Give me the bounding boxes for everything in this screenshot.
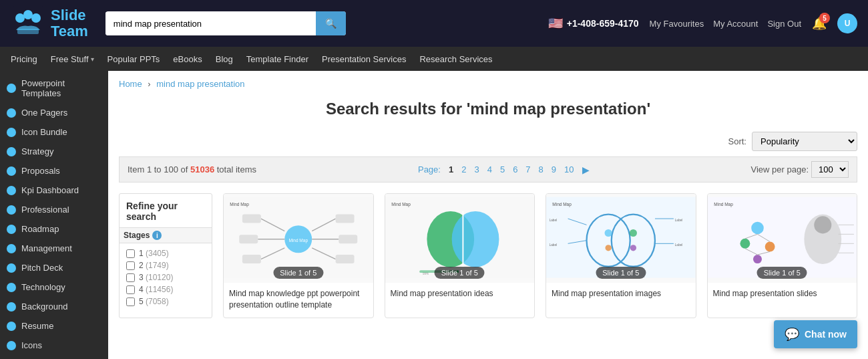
sidebar-item-roadmap[interactable]: Roadmap (0, 219, 108, 239)
svg-point-50 (740, 239, 750, 249)
product-card-3[interactable]: Mind Map Label Label (546, 193, 696, 318)
nav-presentation-services[interactable]: Presentation Services (322, 54, 406, 64)
logo-text-team: Team (51, 23, 88, 39)
chat-widget[interactable]: 💬 Chat now (774, 320, 857, 348)
svg-rect-14 (242, 255, 261, 263)
filter-label: Stages (124, 231, 150, 240)
card-image-wrap-1: Mind Map Mind Map (224, 194, 373, 283)
page-num-6[interactable]: 6 (510, 163, 520, 176)
sidebar-dot-icon (7, 283, 16, 292)
product-card-2[interactable]: Mind Map 99% Slide 1 of 5 Mind map (385, 193, 535, 318)
sort-select[interactable]: Popularity Newest Oldest Price: Low to H… (752, 132, 857, 151)
page-num-10[interactable]: 10 (562, 163, 576, 176)
search-bar: 🔍 (105, 11, 346, 35)
sidebar-item-technology[interactable]: Technology (0, 277, 108, 297)
nav-free-stuff[interactable]: Free Stuff ▾ (51, 54, 94, 64)
svg-rect-16 (336, 215, 355, 223)
filter-row-4: 4 (11456) (126, 283, 205, 295)
page-num-2[interactable]: 2 (459, 163, 469, 176)
filter-row-1: 1 (3405) (126, 247, 205, 259)
sidebar-label: Proposals (21, 166, 60, 176)
sidebar-item-business-plans[interactable]: Business Plans (0, 355, 108, 359)
breadcrumb-separator: › (148, 79, 150, 89)
svg-point-24 (451, 211, 499, 267)
page-num-3[interactable]: 3 (471, 163, 481, 176)
cards-grid: Mind Map Mind Map (223, 193, 857, 318)
card-badge-2: Slide 1 of 5 (435, 267, 485, 279)
sidebar-item-icon-bundle[interactable]: Icon Bundle (0, 122, 108, 142)
sidebar-label: Management (21, 243, 72, 253)
svg-point-1 (15, 13, 25, 23)
nav-blog[interactable]: Blog (216, 54, 233, 64)
sidebar-item-management[interactable]: Management (0, 239, 108, 258)
notification-count: 5 (819, 13, 830, 23)
page-num-8[interactable]: 8 (536, 163, 546, 176)
sidebar-dot-icon (7, 225, 16, 234)
card-badge-3: Slide 1 of 5 (596, 267, 646, 279)
sidebar-dot-icon (7, 128, 16, 137)
sidebar-item-pitch-deck[interactable]: Pitch Deck (0, 258, 108, 277)
sidebar-dot-icon (7, 84, 16, 93)
svg-point-33 (605, 229, 612, 237)
search-input[interactable] (105, 12, 316, 35)
view-per-page-select[interactable]: 100 50 25 (811, 161, 849, 178)
sidebar-item-background[interactable]: Background (0, 297, 108, 316)
sidebar-item-kpi-dashboard[interactable]: Kpi Dashboard (0, 181, 108, 200)
sidebar-label: Powerpoint Templates (21, 78, 101, 98)
my-account-link[interactable]: My Account (713, 19, 758, 29)
sidebar-dot-icon (7, 322, 16, 331)
filter-checkbox-5[interactable] (126, 297, 135, 306)
sort-bar: Sort: Popularity Newest Oldest Price: Lo… (119, 132, 857, 151)
sidebar-item-powerpoint-templates[interactable]: Powerpoint Templates (0, 74, 108, 103)
filter-checkbox-1[interactable] (126, 249, 135, 258)
card-badge-1: Slide 1 of 5 (273, 267, 323, 279)
page-num-4[interactable]: 4 (485, 163, 495, 176)
sidebar-item-icons[interactable]: Icons (0, 336, 108, 355)
nav-pricing[interactable]: Pricing (11, 54, 37, 64)
nav-popular-ppts[interactable]: Popular PPTs (107, 54, 160, 64)
filter-label-2[interactable]: 2 (1749) (139, 261, 169, 270)
card-badge-4: Slide 1 of 5 (757, 267, 807, 279)
nav-ebooks[interactable]: eBooks (173, 54, 202, 64)
header-right: 🇺🇸 +1-408-659-4170 My Favourites My Acco… (548, 13, 857, 33)
filter-checkbox-4[interactable] (126, 285, 135, 294)
nav-research-services[interactable]: Research Services (419, 54, 492, 64)
filter-label-1[interactable]: 1 (3405) (139, 249, 169, 258)
filter-label-4[interactable]: 4 (11456) (139, 285, 173, 294)
filter-checkbox-2[interactable] (126, 261, 135, 270)
pagination-next-arrow[interactable]: ▶ (580, 163, 592, 176)
sidebar-dot-icon (7, 263, 16, 273)
notification-bell[interactable]: 🔔 5 (812, 16, 827, 31)
sidebar-label: Technology (21, 282, 65, 292)
filter-label-3[interactable]: 3 (10120) (139, 273, 173, 282)
sidebar-dot-icon (7, 108, 16, 118)
sidebar-item-resume[interactable]: Resume (0, 316, 108, 336)
sidebar-item-proposals[interactable]: Proposals (0, 161, 108, 181)
breadcrumb-home[interactable]: Home (119, 79, 142, 89)
filter-label-5[interactable]: 5 (7058) (139, 297, 169, 306)
sidebar-item-strategy[interactable]: Strategy (0, 142, 108, 161)
sidebar-label: Kpi Dashboard (21, 185, 79, 195)
page-title: Search results for 'mind map presentatio… (119, 100, 857, 118)
page-num-9[interactable]: 9 (549, 163, 559, 176)
page-num-7[interactable]: 7 (523, 163, 533, 176)
product-card-1[interactable]: Mind Map Mind Map (223, 193, 374, 318)
svg-point-49 (751, 222, 764, 235)
page-num-5[interactable]: 5 (497, 163, 507, 176)
product-card-4[interactable]: Mind Map (707, 193, 858, 318)
refine-panel: Refine your search Stages i 1 (3405) 2 (… (119, 193, 212, 318)
sign-out-link[interactable]: Sign Out (767, 19, 801, 29)
sidebar-item-one-pagers[interactable]: One Pagers (0, 103, 108, 122)
nav-template-finder[interactable]: Template Finder (246, 54, 308, 64)
breadcrumb-current[interactable]: mind map presentation (156, 79, 244, 89)
my-favourites-link[interactable]: My Favourites (650, 19, 704, 29)
sidebar-item-professional[interactable]: Professional (0, 200, 108, 219)
page-num-1[interactable]: 1 (446, 163, 456, 176)
search-button[interactable]: 🔍 (316, 11, 346, 35)
svg-text:Mind Map: Mind Map (391, 202, 411, 207)
svg-text:Mind Map: Mind Map (230, 202, 249, 207)
svg-rect-4 (17, 29, 39, 34)
avatar[interactable]: U (837, 13, 857, 33)
logo[interactable]: Slide Team (11, 6, 88, 41)
filter-checkbox-3[interactable] (126, 273, 135, 282)
